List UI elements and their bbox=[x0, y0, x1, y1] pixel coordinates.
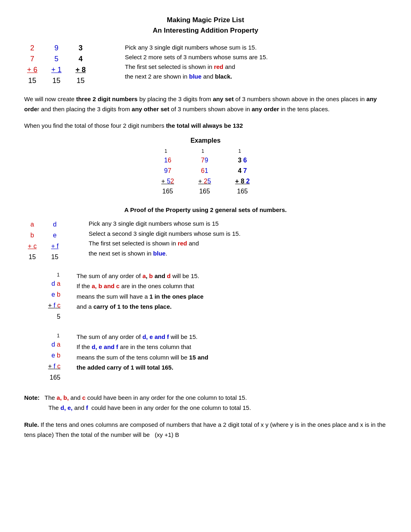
proof-desc-1: Pick any 3 single digit numbers whose su… bbox=[89, 219, 387, 229]
example3-sum: 165 bbox=[237, 186, 248, 197]
sum2-result: 165 bbox=[50, 372, 60, 383]
proof-blue-e: e bbox=[53, 230, 57, 241]
proof-desc-2: Select a second 3 single digit numbers w… bbox=[89, 229, 387, 239]
red-num-1: 2 bbox=[30, 43, 34, 54]
example-3: 1 3 6 4 7 + 8 2 165 bbox=[235, 148, 250, 197]
red-sum: 15 bbox=[28, 75, 36, 86]
sum1-desc-2: If the a, b and c are in the ones column… bbox=[77, 281, 387, 291]
sum1-description: The sum of any order of a, b and d will … bbox=[77, 271, 387, 312]
sum1-carry: 1 bbox=[57, 271, 60, 279]
example1-line1: 16 bbox=[164, 155, 171, 166]
black-num-1: 3 bbox=[79, 43, 83, 54]
proof-red-sum: 15 bbox=[29, 251, 36, 262]
black-sum: 15 bbox=[77, 75, 85, 86]
sum2-desc-1: The sum of any order of d, e and f will … bbox=[77, 332, 387, 342]
intro-desc-2: Select 2 more sets of 3 numbers whose su… bbox=[125, 52, 387, 62]
proof-title: A Proof of the Property using 2 general … bbox=[24, 206, 387, 213]
proof-blue-f: + f bbox=[51, 241, 58, 251]
proof-desc-3: The first set selected is shown in red a… bbox=[89, 239, 387, 249]
proof-description: Pick any 3 single digit numbers whose su… bbox=[89, 219, 387, 259]
intro-section: 2 7 + 6 15 9 5 + 1 15 3 4 + 8 15 Pick an… bbox=[24, 43, 387, 86]
examples-title: Examples bbox=[24, 137, 387, 144]
example1-sum: 165 bbox=[162, 186, 173, 197]
sum1-result: 5 bbox=[57, 311, 60, 322]
page-title: Making Magic Prize List bbox=[24, 16, 387, 24]
example3-carry: 1 bbox=[239, 148, 241, 155]
intro-description: Pick any 3 single digit numbers whose su… bbox=[125, 43, 387, 81]
example2-line2: 61 bbox=[201, 166, 208, 176]
sum2-desc-3: means the sum of the tens column will be… bbox=[77, 352, 387, 363]
proof-section: a b + c 15 d e + f 15 Pick any 3 single … bbox=[24, 219, 387, 263]
proof-blue-col: d e + f 15 bbox=[47, 219, 63, 263]
examples-container: 1 16 97 + 52 165 1 79 61 + 25 165 1 3 6 … bbox=[24, 148, 387, 197]
black-num-2: 4 bbox=[79, 54, 83, 64]
example3-line1: 3 6 bbox=[238, 155, 247, 166]
proof-blue-sum: 15 bbox=[51, 251, 58, 262]
body-text-1: We will now create three 2 digit numbers… bbox=[24, 94, 387, 114]
note-line1: Note: The a, b, and c could have been in… bbox=[24, 393, 387, 403]
rule-section: Rule. If the tens and ones columns are c… bbox=[24, 420, 387, 440]
rule-text: Rule. If the tens and ones columns are c… bbox=[24, 420, 387, 440]
sum1-desc-3: means the sum will have a 1 in the ones … bbox=[77, 291, 387, 302]
example2-sum: 165 bbox=[199, 186, 210, 197]
example-1: 1 16 97 + 52 165 bbox=[161, 148, 174, 197]
black-num-3: + 8 bbox=[75, 64, 86, 75]
proof-numbers: a b + c 15 d e + f 15 bbox=[24, 219, 81, 263]
sum-block-1: 1 d a e b + f c 5 The sum of any order o… bbox=[32, 271, 387, 322]
sum-block-2: 1 d a e b + f c 165 The sum of any order… bbox=[32, 332, 387, 383]
blue-num-3: + 1 bbox=[51, 64, 62, 75]
red-num-3: + 6 bbox=[27, 64, 37, 75]
example2-line3: + 25 bbox=[198, 176, 211, 187]
example2-carry: 1 bbox=[201, 148, 204, 155]
blue-column: 9 5 + 1 15 bbox=[48, 43, 64, 86]
sum2-numbers: 1 d a e b + f c 165 bbox=[32, 332, 60, 383]
proof-red-c: + c bbox=[28, 241, 37, 251]
number-sets: 2 7 + 6 15 9 5 + 1 15 3 4 + 8 15 bbox=[24, 43, 113, 86]
blue-sum: 15 bbox=[52, 75, 60, 86]
page-subtitle: An Interesting Addition Property bbox=[24, 27, 387, 35]
intro-desc-1: Pick any 3 single digit numbers whose su… bbox=[125, 43, 387, 52]
blue-num-2: 5 bbox=[54, 54, 58, 64]
example-2: 1 79 61 + 25 165 bbox=[198, 148, 211, 197]
sum2-desc-4: the added carry of 1 will total 165. bbox=[77, 362, 387, 373]
proof-red-col: a b + c 15 bbox=[24, 219, 40, 263]
note-section: Note: The a, b, and c could have been in… bbox=[24, 393, 387, 413]
proof-blue-d: d bbox=[53, 219, 57, 230]
sum2-line2: e b bbox=[52, 350, 60, 361]
example3-line3: + 8 2 bbox=[235, 176, 250, 187]
sum1-line3: + f c bbox=[48, 300, 60, 311]
sum1-desc-4: and a carry of 1 to the tens place. bbox=[77, 301, 387, 312]
example1-line2: 97 bbox=[164, 166, 171, 176]
proof-red-a: a bbox=[31, 219, 34, 230]
intro-desc-4: the next 2 are shown in blue and black. bbox=[125, 72, 387, 81]
example2-line1: 79 bbox=[201, 155, 208, 166]
red-num-2: 7 bbox=[30, 54, 34, 64]
example1-line3: + 52 bbox=[161, 176, 174, 187]
example1-carry: 1 bbox=[164, 148, 167, 155]
sum1-line1: d a bbox=[52, 278, 60, 289]
sum2-description: The sum of any order of d, e and f will … bbox=[77, 332, 387, 373]
sum2-carry: 1 bbox=[57, 332, 60, 340]
example3-line2: 4 7 bbox=[238, 166, 247, 176]
body-text-2: When you find the total of those four 2 … bbox=[24, 121, 387, 131]
sum1-numbers: 1 d a e b + f c 5 bbox=[32, 271, 60, 322]
black-column: 3 4 + 8 15 bbox=[73, 43, 89, 86]
intro-desc-3: The first set selected is shown in red a… bbox=[125, 62, 387, 72]
red-column: 2 7 + 6 15 bbox=[24, 43, 40, 86]
note-line2: The d, e, and f could have been in any o… bbox=[48, 403, 387, 413]
sum2-desc-2: If the d, e and f are in the tens column… bbox=[77, 342, 387, 352]
sum1-desc-1: The sum of any order of a, b and d will … bbox=[77, 271, 387, 281]
proof-red-b: b bbox=[31, 230, 34, 241]
blue-num-1: 9 bbox=[54, 43, 58, 54]
sum2-line1: d a bbox=[52, 339, 60, 350]
sum2-line3: + f c bbox=[48, 361, 60, 372]
sum1-line2: e b bbox=[52, 289, 60, 300]
proof-desc-4: the next set is shown in blue. bbox=[89, 249, 387, 259]
